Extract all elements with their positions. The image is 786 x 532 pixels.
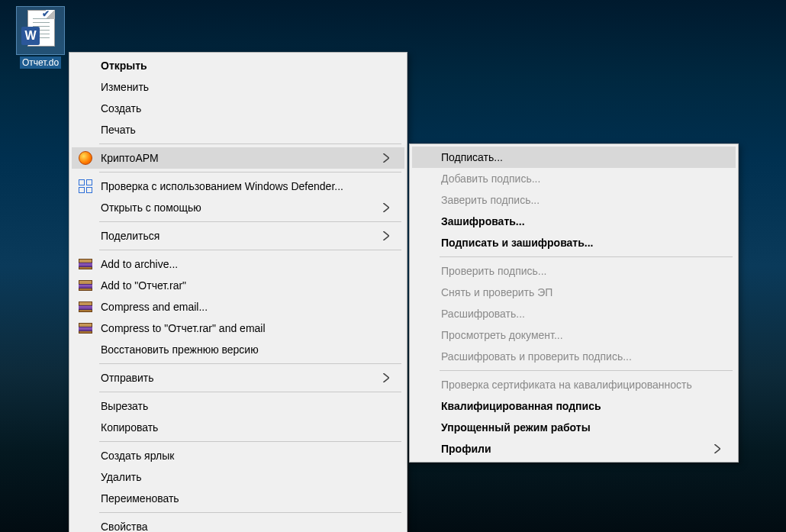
- cryptoarm-icon: [78, 150, 93, 166]
- menu-rename[interactable]: Переименовать: [72, 488, 404, 509]
- separator: [99, 512, 401, 513]
- chevron-right-icon: [383, 203, 389, 212]
- winrar-icon: [78, 256, 93, 272]
- separator: [99, 143, 401, 144]
- menu-create-shortcut[interactable]: Создать ярлык: [72, 445, 404, 466]
- menu-copy[interactable]: Копировать: [72, 417, 404, 438]
- chevron-right-icon: [383, 373, 389, 382]
- submenu-remove-verify: Снять и проверить ЭП: [412, 282, 736, 303]
- menu-compress-to-email[interactable]: Compress to "Отчет.rar" and email: [72, 318, 404, 339]
- cryptoarm-submenu: Подписать... Добавить подпись... Заверит…: [409, 143, 739, 463]
- menu-share[interactable]: Поделиться: [72, 225, 404, 247]
- menu-restore-previous[interactable]: Восстановить прежнюю версию: [72, 339, 404, 360]
- menu-print[interactable]: Печать: [72, 119, 404, 140]
- menu-cut[interactable]: Вырезать: [72, 395, 404, 417]
- separator: [99, 250, 401, 250]
- word-document-icon: ✔ W: [16, 6, 65, 55]
- submenu-sign-encrypt[interactable]: Подписать и зашифровать...: [412, 232, 736, 253]
- menu-cryptoarm[interactable]: КриптоАРМ: [72, 147, 404, 169]
- separator: [99, 363, 401, 364]
- submenu-encrypt[interactable]: Зашифровать...: [412, 211, 736, 232]
- submenu-add-signature: Добавить подпись...: [412, 168, 736, 189]
- defender-icon: [78, 179, 93, 194]
- menu-edit[interactable]: Изменить: [72, 76, 404, 98]
- winrar-icon: [78, 321, 93, 336]
- menu-compress-email[interactable]: Compress and email...: [72, 296, 404, 318]
- submenu-certify-signature: Заверить подпись...: [412, 189, 736, 211]
- menu-delete[interactable]: Удалить: [72, 466, 404, 488]
- submenu-decrypt-verify: Расшифровать и проверить подпись...: [412, 346, 736, 367]
- submenu-decrypt: Расшифровать...: [412, 303, 736, 324]
- submenu-profiles[interactable]: Профили: [412, 438, 736, 459]
- submenu-simple-mode[interactable]: Упрощенный режим работы: [412, 417, 736, 438]
- menu-create[interactable]: Создать: [72, 98, 404, 119]
- submenu-sign[interactable]: Подписать...: [412, 147, 736, 168]
- submenu-view-document: Просмотреть документ...: [412, 324, 736, 346]
- separator: [99, 392, 401, 392]
- menu-add-to-rar[interactable]: Add to "Отчет.rar": [72, 275, 404, 296]
- menu-open[interactable]: Открыть: [72, 55, 404, 76]
- submenu-check-certificate: Проверка сертификата на кавалифицированн…: [412, 374, 736, 395]
- winrar-icon: [78, 299, 93, 314]
- separator: [440, 370, 733, 371]
- menu-add-archive[interactable]: Add to archive...: [72, 253, 404, 275]
- separator: [440, 256, 733, 257]
- chevron-right-icon: [714, 444, 720, 453]
- chevron-right-icon: [383, 231, 389, 240]
- separator: [99, 221, 401, 222]
- submenu-qualified-signature[interactable]: Квалифицированная подпись: [412, 395, 736, 417]
- desktop-file-icon[interactable]: ✔ W Отчет.do: [9, 6, 72, 71]
- winrar-icon: [78, 278, 93, 293]
- file-context-menu: Открыть Изменить Создать Печать КриптоАР…: [69, 52, 407, 532]
- menu-defender[interactable]: Проверка с использованием Windows Defend…: [72, 176, 404, 197]
- menu-properties[interactable]: Свойства: [72, 516, 404, 532]
- separator: [99, 441, 401, 442]
- menu-send[interactable]: Отправить: [72, 367, 404, 389]
- separator: [99, 172, 401, 172]
- submenu-verify-signature: Проверить подпись...: [412, 260, 736, 282]
- chevron-right-icon: [383, 153, 389, 163]
- desktop-file-label: Отчет.do: [20, 56, 61, 69]
- menu-open-with[interactable]: Открыть с помощью: [72, 197, 404, 218]
